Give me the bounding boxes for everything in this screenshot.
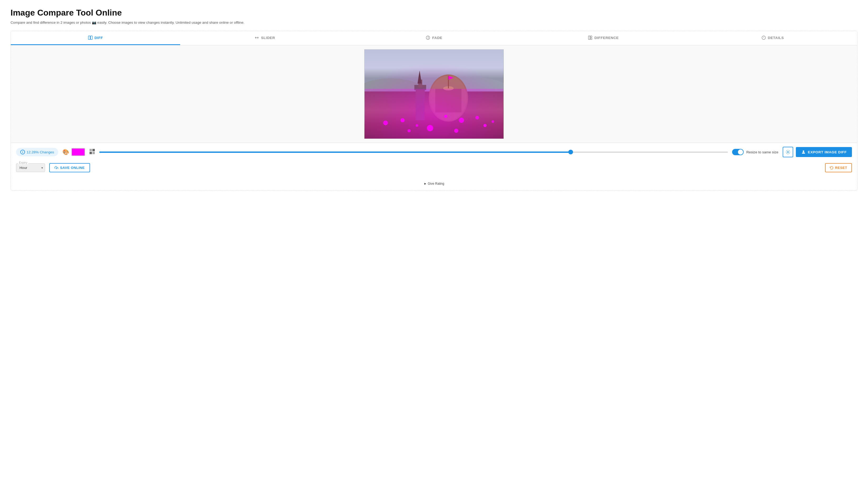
diff-image — [364, 49, 504, 139]
rating-text: ► Give Rating — [424, 182, 444, 185]
toggle-knob — [738, 149, 743, 155]
tab-diff[interactable]: DIFF — [11, 31, 180, 45]
export-icon — [801, 150, 806, 154]
gear-button[interactable] — [783, 147, 793, 157]
save-online-label: SAVE ONLINE — [60, 166, 85, 170]
svg-rect-6 — [591, 38, 592, 40]
details-icon — [761, 35, 766, 40]
resize-label: Resize to same size — [746, 150, 778, 154]
changes-badge: i 12.28% Changes — [16, 148, 58, 156]
diff-icon — [88, 35, 93, 40]
tab-difference-label: DIFFERENCE — [594, 36, 619, 40]
svg-point-41 — [787, 152, 788, 153]
upload-icon — [55, 166, 58, 170]
color-swatch[interactable] — [71, 148, 85, 156]
svg-rect-5 — [591, 36, 592, 37]
tab-difference[interactable]: DIFFERENCE — [518, 31, 688, 45]
svg-rect-1 — [90, 36, 92, 40]
range-thumb — [568, 150, 573, 154]
svg-point-42 — [803, 150, 804, 152]
tab-details-label: DETAILS — [768, 36, 784, 40]
save-online-button[interactable]: SAVE ONLINE — [49, 163, 90, 172]
tab-slider[interactable]: SLIDER — [180, 31, 350, 45]
resize-toggle-area: Resize to same size — [732, 149, 778, 155]
svg-rect-39 — [90, 152, 92, 154]
changes-text: 12.28% Changes — [27, 150, 54, 154]
page-title: Image Compare Tool Online — [11, 8, 857, 18]
difference-icon — [588, 35, 593, 40]
export-button[interactable]: EXPORT IMAGE DIFF — [796, 147, 852, 157]
svg-rect-37 — [90, 149, 92, 151]
fade-icon — [425, 35, 430, 40]
tab-fade[interactable]: FADE — [350, 31, 519, 45]
give-rating[interactable]: ► Give Rating — [11, 176, 857, 190]
image-area — [11, 45, 857, 143]
svg-rect-40 — [92, 152, 95, 154]
svg-rect-4 — [588, 36, 590, 40]
opacity-slider-area — [99, 152, 728, 153]
page-subtitle: Compare and find difference in 2 images … — [11, 20, 857, 25]
info-icon: i — [20, 150, 25, 154]
palette-icon[interactable]: 🎨 — [63, 149, 69, 155]
reset-label: RESET — [835, 166, 847, 170]
expiry-label: Expiry — [18, 161, 28, 164]
tabs-bar: DIFF SLIDER FADE — [11, 31, 857, 45]
save-row: Expiry Hour Day Week Month ▾ SAVE ONLINE — [11, 161, 857, 176]
export-label: EXPORT IMAGE DIFF — [808, 150, 847, 154]
resize-toggle[interactable] — [732, 149, 744, 155]
main-toolbar: i 12.28% Changes 🎨 — [11, 143, 857, 161]
tab-fade-label: FADE — [432, 36, 442, 40]
right-toolbar: EXPORT IMAGE DIFF — [783, 147, 852, 157]
grid-icon[interactable] — [89, 148, 95, 156]
opacity-slider[interactable] — [99, 152, 728, 153]
diff-image-base — [365, 50, 503, 139]
slider-icon — [254, 35, 259, 40]
expiry-select-wrap: Expiry Hour Day Week Month ▾ — [16, 163, 45, 172]
tab-slider-label: SLIDER — [261, 36, 275, 40]
tab-diff-label: DIFF — [95, 36, 103, 40]
svg-rect-0 — [88, 36, 90, 40]
reset-button[interactable]: RESET — [825, 163, 852, 172]
tab-details[interactable]: DETAILS — [688, 31, 857, 45]
expiry-select[interactable]: Hour Day Week Month — [16, 163, 45, 172]
color-picker-area: 🎨 — [63, 148, 85, 156]
svg-rect-36 — [365, 89, 503, 139]
reset-icon — [830, 166, 833, 170]
svg-rect-38 — [92, 149, 95, 151]
tool-container: DIFF SLIDER FADE — [11, 31, 857, 191]
